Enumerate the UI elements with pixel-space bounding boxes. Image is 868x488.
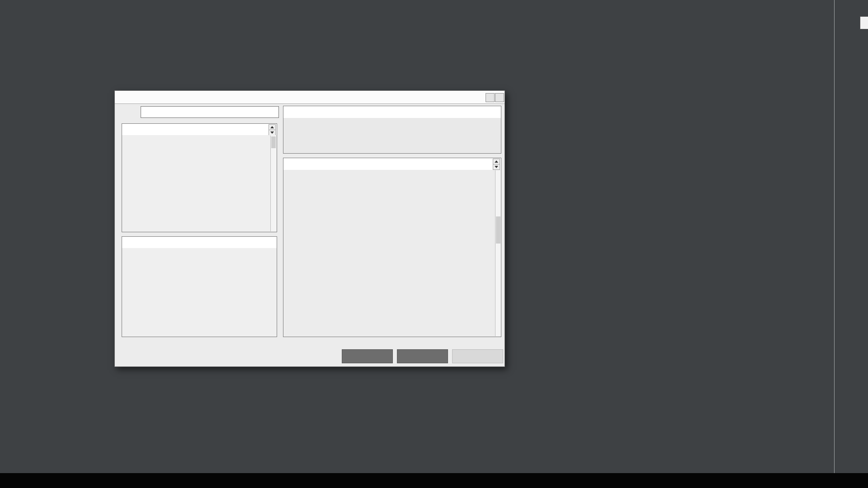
corner-marker [860,16,868,29]
search-input[interactable] [141,106,279,118]
properties-header [283,158,501,171]
available-header [122,123,277,136]
description-body [283,118,501,154]
dialog-titlebar[interactable] [115,91,505,104]
properties-scrollbar[interactable] [495,170,501,336]
available-scroll-thumb[interactable] [271,136,276,148]
configured-list [122,248,277,337]
properties-scroll-thumb[interactable] [496,216,500,244]
cancel-button[interactable] [397,349,448,363]
available-scrollbar[interactable] [270,136,276,231]
axis-line [834,0,835,473]
bottom-strip [0,473,868,488]
apply-button [452,349,503,363]
description-header [283,106,501,119]
trading-app-window [0,0,868,488]
close-button[interactable] [495,93,504,102]
available-list [122,135,277,232]
ok-button[interactable] [342,349,393,363]
properties-grid [283,170,501,337]
indicators-dialog [114,90,505,367]
properties-scroll-down-icon[interactable] [493,164,500,170]
help-button[interactable] [486,93,495,102]
configured-header [122,236,277,249]
